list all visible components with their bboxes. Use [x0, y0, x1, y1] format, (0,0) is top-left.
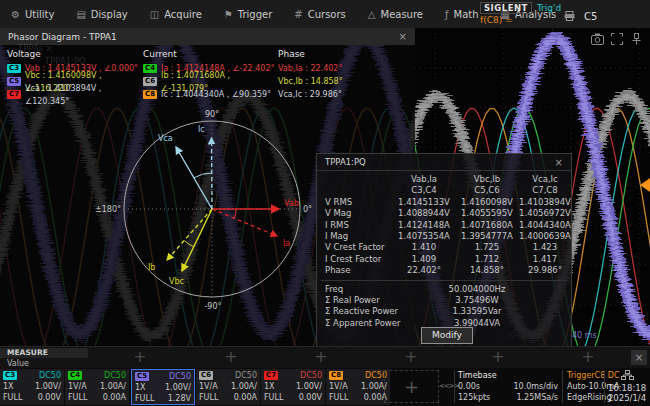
divider	[321, 280, 567, 281]
probe: 1V/A	[68, 381, 87, 392]
channel-box-c6[interactable]: C6DC50 1V/A1.00A/ FULL0.00A	[196, 369, 260, 405]
probe: 1V/A	[329, 381, 348, 392]
camera-icon[interactable]	[591, 30, 604, 42]
frequency-readout: f(C8) = 50.00325Hz	[480, 14, 566, 26]
pq-cell: 1.712	[455, 254, 519, 265]
bandwidth: FULL	[199, 392, 218, 403]
measure-title: MEASURE	[0, 348, 88, 358]
menu-acquire[interactable]: ◫Acquire	[139, 0, 213, 28]
pq-col-header: Vbc,Ib	[455, 174, 519, 185]
pq-cell: 1.4044340A	[519, 220, 571, 231]
offset: 0.00A	[234, 392, 257, 403]
axis-label-90: 90°	[205, 110, 219, 119]
add-measurement-button[interactable]: +	[223, 347, 239, 369]
add-measurement-button[interactable]: +	[132, 347, 148, 369]
pq-cell: 1.725	[455, 242, 519, 253]
channel-bar: C3DC50 1X1.00V/ FULL0.00V C4DC50 1V/A1.0…	[0, 368, 650, 406]
pq-dialog-titlebar[interactable]: TPPA1:PQ ×	[317, 154, 571, 171]
display-icon: ▤	[76, 9, 85, 20]
bandwidth: FULL	[264, 392, 283, 403]
coupling: DC50	[104, 370, 126, 381]
channel-badge-c5: C5	[135, 372, 149, 381]
printer-icon[interactable]	[564, 6, 575, 25]
pq-summary-value: 1.33595Var	[407, 306, 547, 317]
menu-label: Acquire	[164, 9, 202, 20]
probe: 1V/A	[199, 381, 218, 392]
add-measurement-button[interactable]: +	[490, 347, 506, 369]
pq-cell: 1.410	[393, 242, 455, 253]
add-measurement-button[interactable]: +	[580, 347, 596, 369]
close-icon[interactable]: ×	[631, 350, 647, 365]
pq-cell: 1.4124148A	[393, 220, 455, 231]
pq-row-label: V RMS	[317, 197, 393, 208]
menu-trigger[interactable]: ⚑Trigger	[213, 0, 283, 28]
coupling: DC50	[300, 370, 322, 381]
axis-label-180: ±180°	[95, 205, 121, 214]
flag-icon: ⚑	[224, 9, 233, 20]
divider	[562, 370, 563, 403]
scale: 1.00A/	[231, 381, 257, 392]
timebase-scale: 10.0ms/div	[513, 381, 558, 392]
add-channel-slot[interactable]: +	[384, 370, 439, 403]
channel-box-c8[interactable]: C8DC50 1V/A1.00A/ FULL0.00A	[326, 369, 390, 405]
measure-bar: MEASURE Value + + + + + + ×	[0, 346, 650, 369]
probe: 1X	[264, 381, 275, 392]
channel-badge-c4: C4	[68, 371, 82, 380]
close-icon[interactable]: ×	[555, 157, 563, 168]
pq-row-label: Phase	[317, 265, 393, 276]
channel-box-c5[interactable]: C5DC50 1X1.00V/ FULL1.28V	[131, 369, 195, 405]
pq-summary-label: Σ Apparent Power	[317, 318, 407, 329]
pan-arrows[interactable]: <<>>	[439, 382, 458, 390]
vector-label-ib: Ib	[148, 263, 155, 272]
add-measurement-button[interactable]: +	[403, 347, 419, 369]
timebase-box[interactable]: Timebase 0.00s10.0ms/div 125kpts1.25MSa/…	[458, 370, 558, 403]
probe: 1X	[135, 382, 146, 393]
add-measurement-button[interactable]: +	[313, 347, 329, 369]
pq-dialog-title: TPPA1:PQ	[325, 157, 366, 167]
modify-button[interactable]: Modify	[421, 327, 473, 344]
fullscreen-icon[interactable]	[611, 30, 624, 42]
pq-cell: 29.986°	[519, 265, 571, 276]
clock-time: 16:18:18	[606, 383, 648, 393]
angle-arc-vab-ia	[234, 209, 236, 218]
vector-label-ia: Ia	[283, 239, 290, 248]
menu-measure[interactable]: △Measure	[357, 0, 434, 28]
scale: 1.00V/	[165, 382, 191, 393]
menu-label: Display	[91, 9, 128, 20]
offset: 0.00V	[38, 392, 61, 403]
active-channel-indicator[interactable]: C5	[584, 11, 597, 22]
pq-cell: 1.4075354A	[393, 231, 455, 242]
channel-badge-c3: C3	[3, 371, 17, 380]
scale: 1.00A/	[100, 381, 126, 392]
pq-cell: 1.4145133V	[393, 197, 455, 208]
pq-cell: 1.4071680A	[455, 220, 519, 231]
channel-box-c4[interactable]: C4DC50 1V/A1.00A/ FULL0.00A	[65, 369, 129, 405]
waveform-display[interactable]: 30 ms 40 ms Phasor Diagram - TPPA1 × TPP…	[0, 28, 650, 346]
bandwidth: FULL	[68, 392, 87, 403]
bandwidth: FULL	[329, 392, 348, 403]
phasor-vector-vbc	[182, 209, 212, 271]
clock-box[interactable]: 16:18:18 2025/1/4	[606, 370, 648, 403]
channel-badge-c8: C8	[329, 371, 343, 380]
angle-arc-vca-ic	[194, 173, 212, 178]
menu-utility[interactable]: ⚙Utility	[0, 0, 65, 28]
pq-row-label: I Crest Factor	[317, 254, 393, 265]
time-axis-label-40ms: 40 ms	[572, 331, 597, 340]
menubar: ⚙Utility ▤Display ◫Acquire ⚑Trigger #Cur…	[0, 0, 650, 29]
trigger-title: Trigger	[567, 370, 595, 381]
channel-badge-c6: C6	[199, 371, 213, 380]
pq-summary-label: Σ Real Power	[317, 295, 407, 306]
channel-box-c7[interactable]: C7DC50 1X1.00V/ FULL0.00V	[261, 369, 325, 405]
brand-logo: SIGLENT	[480, 2, 532, 14]
pq-row-label: I RMS	[317, 220, 393, 231]
pin-icon[interactable]	[631, 30, 644, 42]
divider	[604, 370, 605, 403]
axis-label-0: 0°	[303, 205, 312, 214]
pq-col-subheader: C7,C8	[519, 185, 571, 196]
trigger-box[interactable]: TriggerC8 DC Auto-10.0mA EdgeRising	[567, 370, 602, 403]
network-icon	[621, 370, 634, 382]
channel-box-c3[interactable]: C3DC50 1X1.00V/ FULL0.00V	[0, 369, 64, 405]
trigger-status-badge: Trig'd	[537, 3, 561, 13]
menu-display[interactable]: ▤Display	[65, 0, 138, 28]
menu-cursors[interactable]: #Cursors	[283, 0, 356, 28]
